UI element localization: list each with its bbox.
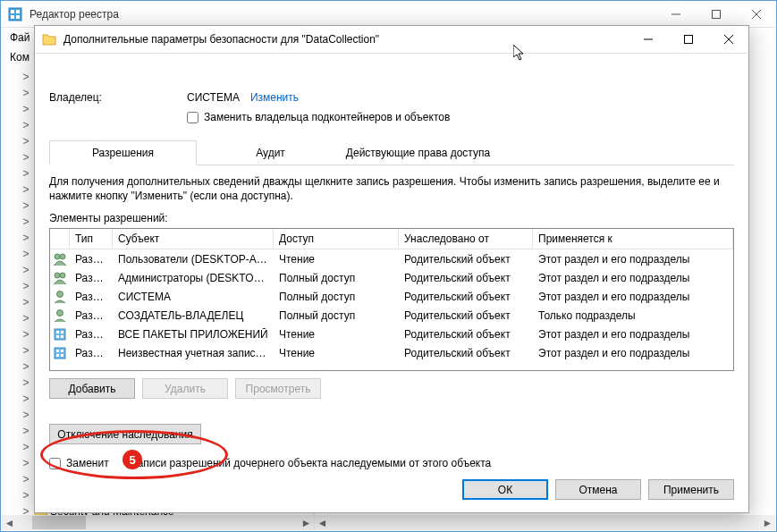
dialog-title: Дополнительные параметры безопасности дл… xyxy=(63,33,628,46)
chevron-right-icon[interactable]: > xyxy=(20,215,32,228)
tab-permissions[interactable]: Разрешения xyxy=(49,140,197,165)
cell-subject: ВСЕ ПАКЕТЫ ПРИЛОЖЕНИЙ xyxy=(113,328,274,341)
cell-access: Полный доступ xyxy=(274,309,399,322)
chevron-right-icon[interactable]: > xyxy=(20,409,32,421)
col-subject[interactable]: Субъект xyxy=(113,229,274,249)
chevron-right-icon[interactable]: > xyxy=(20,280,32,292)
chevron-right-icon[interactable]: > xyxy=(20,441,32,453)
table-row[interactable]: Разр…Пользователи (DESKTOP-AC…ЧтениеРоди… xyxy=(50,249,733,268)
col-applies[interactable]: Применяется к xyxy=(533,229,733,249)
cell-access: Чтение xyxy=(274,328,399,341)
svg-rect-19 xyxy=(55,329,65,340)
chevron-right-icon[interactable]: > xyxy=(20,312,32,325)
table-row[interactable]: Разр…Неизвестная учетная запис…ЧтениеРод… xyxy=(50,343,733,362)
svg-point-18 xyxy=(57,309,63,316)
cell-access: Полный доступ xyxy=(274,272,399,284)
chevron-right-icon[interactable]: > xyxy=(20,167,32,180)
permissions-table: Тип Субъект Доступ Унаследовано от Приме… xyxy=(49,228,734,371)
table-row[interactable]: Разр…СОЗДАТЕЛЬ-ВЛАДЕЛЕЦПолный доступРоди… xyxy=(50,306,733,325)
chevron-right-icon[interactable]: > xyxy=(20,376,32,389)
svg-rect-27 xyxy=(56,354,59,357)
cell-inherited: Родительский объект xyxy=(399,347,533,359)
cell-applies: Этот раздел и его подразделы xyxy=(533,272,733,284)
bg-menu-file[interactable]: Фай xyxy=(6,30,34,46)
bg-right-scrollbar[interactable]: ◄ ► xyxy=(315,515,775,530)
scroll-left-icon[interactable]: ◄ xyxy=(315,517,330,529)
scroll-left-icon[interactable]: ◄ xyxy=(2,517,17,529)
chevron-right-icon[interactable]: > xyxy=(20,360,32,373)
table-row[interactable]: Разр…ВСЕ ПАКЕТЫ ПРИЛОЖЕНИЙЧтениеРодитель… xyxy=(50,325,733,343)
chevron-right-icon[interactable]: > xyxy=(20,232,32,244)
chevron-right-icon[interactable]: > xyxy=(20,71,32,83)
principal-icon xyxy=(50,308,70,323)
bg-titlebar: Редактор реестра xyxy=(1,1,776,28)
owner-change-link[interactable]: Изменить xyxy=(250,91,299,104)
info-text: Для получения дополнительных сведений дв… xyxy=(49,174,734,203)
chevron-right-icon[interactable]: > xyxy=(20,248,32,260)
cell-type: Разр… xyxy=(70,253,113,266)
chevron-right-icon[interactable]: > xyxy=(20,425,32,437)
chevron-right-icon[interactable]: > xyxy=(20,199,32,212)
disable-inheritance-button[interactable]: Отключение наследования xyxy=(49,424,201,444)
chevron-right-icon[interactable]: > xyxy=(20,119,32,131)
table-row[interactable]: Разр…Администраторы (DESKTOP-…Полный дос… xyxy=(50,268,733,287)
svg-rect-2 xyxy=(16,10,20,13)
cancel-button[interactable]: Отмена xyxy=(555,479,641,500)
chevron-right-icon[interactable]: > xyxy=(20,135,32,148)
svg-point-17 xyxy=(57,291,63,297)
dialog-maximize-button[interactable] xyxy=(668,27,708,53)
bg-minimize-button[interactable] xyxy=(655,1,696,27)
svg-rect-3 xyxy=(11,15,14,19)
chevron-right-icon[interactable]: > xyxy=(20,296,32,308)
svg-rect-28 xyxy=(61,354,63,357)
table-row[interactable]: Разр…СИСТЕМАПолный доступРодительский об… xyxy=(50,287,733,306)
tab-effective[interactable]: Действующие права доступа xyxy=(344,140,492,165)
chevron-right-icon[interactable]: > xyxy=(20,457,32,469)
dialog-minimize-button[interactable] xyxy=(628,27,668,53)
bg-horizontal-scrollbar[interactable]: ◄ ► xyxy=(2,515,314,530)
cell-applies: Только подразделы xyxy=(533,309,733,322)
svg-rect-24 xyxy=(55,348,65,359)
dialog-close-button[interactable] xyxy=(708,27,748,53)
svg-point-16 xyxy=(60,273,65,278)
chevron-right-icon[interactable]: > xyxy=(20,103,32,115)
svg-rect-26 xyxy=(61,350,63,352)
chevron-right-icon[interactable]: > xyxy=(20,183,32,196)
replace-owner-checkbox[interactable] xyxy=(187,112,198,123)
apply-button[interactable]: Применить xyxy=(648,479,734,500)
cell-applies: Этот раздел и его подразделы xyxy=(533,347,733,359)
chevron-right-icon[interactable]: > xyxy=(20,151,32,164)
scrollbar-thumb[interactable] xyxy=(32,516,86,529)
view-button: Просмотреть xyxy=(235,378,321,399)
tabs: Разрешения Аудит Действующие права досту… xyxy=(49,139,734,165)
col-type[interactable]: Тип xyxy=(70,229,113,249)
svg-rect-21 xyxy=(61,331,63,334)
chevron-right-icon[interactable]: > xyxy=(20,87,32,99)
cell-applies: Этот раздел и его подразделы xyxy=(533,291,733,303)
dialog-titlebar[interactable]: Дополнительные параметры безопасности дл… xyxy=(35,26,748,53)
add-button[interactable]: Добавить xyxy=(49,378,135,399)
col-access[interactable]: Доступ xyxy=(274,229,399,249)
svg-rect-4 xyxy=(16,15,20,19)
chevron-right-icon[interactable]: > xyxy=(20,328,32,341)
scroll-right-icon[interactable]: ► xyxy=(760,517,775,529)
chevron-right-icon[interactable]: > xyxy=(20,344,32,357)
chevron-right-icon[interactable]: > xyxy=(20,393,32,405)
principal-icon xyxy=(50,271,70,285)
ok-button[interactable]: ОК xyxy=(462,479,548,500)
cell-inherited: Родительский объект xyxy=(399,328,533,341)
bg-maximize-button[interactable] xyxy=(696,1,736,27)
svg-rect-22 xyxy=(56,335,59,338)
svg-rect-6 xyxy=(712,10,720,18)
bg-close-button[interactable] xyxy=(736,1,776,27)
elements-label: Элементы разрешений: xyxy=(49,212,734,224)
col-inherited[interactable]: Унаследовано от xyxy=(399,229,533,249)
scroll-right-icon[interactable]: ► xyxy=(299,517,314,529)
chevron-right-icon[interactable]: > xyxy=(20,489,32,502)
replace-child-checkbox[interactable] xyxy=(49,458,61,469)
chevron-right-icon[interactable]: > xyxy=(20,473,32,486)
cell-subject: СИСТЕМА xyxy=(113,291,274,303)
cell-inherited: Родительский объект xyxy=(399,291,533,303)
chevron-right-icon[interactable]: > xyxy=(20,264,32,276)
tab-audit[interactable]: Аудит xyxy=(197,140,344,165)
